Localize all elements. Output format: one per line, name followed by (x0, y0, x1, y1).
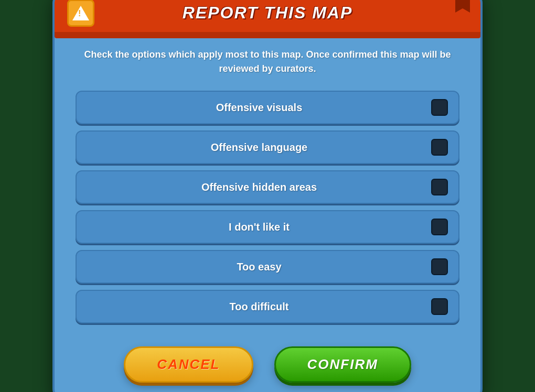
option-checkbox[interactable] (431, 219, 448, 235)
option-offensive-hidden-areas[interactable]: Offensive hidden areas (76, 170, 459, 204)
modal-body: Check the options which apply most to th… (55, 32, 480, 334)
report-modal: Report This Map Check the options which … (52, 0, 483, 392)
modal-description: Check the options which apply most to th… (76, 48, 459, 76)
option-checkbox[interactable] (431, 258, 448, 275)
option-offensive-language[interactable]: Offensive language (76, 130, 459, 164)
options-list: Offensive visuals Offensive language Off… (76, 91, 459, 323)
warning-triangle-icon (72, 6, 89, 20)
modal-title: Report This Map (183, 3, 353, 23)
option-too-easy[interactable]: Too easy (76, 250, 459, 284)
option-label: Too easy (87, 261, 431, 273)
option-checkbox[interactable] (431, 298, 448, 315)
cancel-button[interactable]: Cancel (124, 346, 253, 383)
option-label: Offensive visuals (87, 102, 431, 114)
confirm-button[interactable]: Confirm (274, 346, 411, 383)
option-label: Offensive language (87, 141, 431, 154)
warning-icon (67, 0, 94, 27)
option-label: I don't like it (87, 221, 431, 233)
option-dont-like-it[interactable]: I don't like it (76, 210, 459, 244)
option-label: Too difficult (87, 301, 431, 313)
modal-footer: Cancel Confirm (55, 334, 480, 383)
option-too-difficult[interactable]: Too difficult (76, 290, 459, 323)
option-checkbox[interactable] (431, 179, 448, 195)
option-label: Offensive hidden areas (87, 181, 431, 193)
modal-header: Report This Map (55, 0, 480, 32)
option-offensive-visuals[interactable]: Offensive visuals (76, 91, 459, 124)
option-checkbox[interactable] (431, 139, 448, 156)
option-checkbox[interactable] (431, 99, 448, 116)
